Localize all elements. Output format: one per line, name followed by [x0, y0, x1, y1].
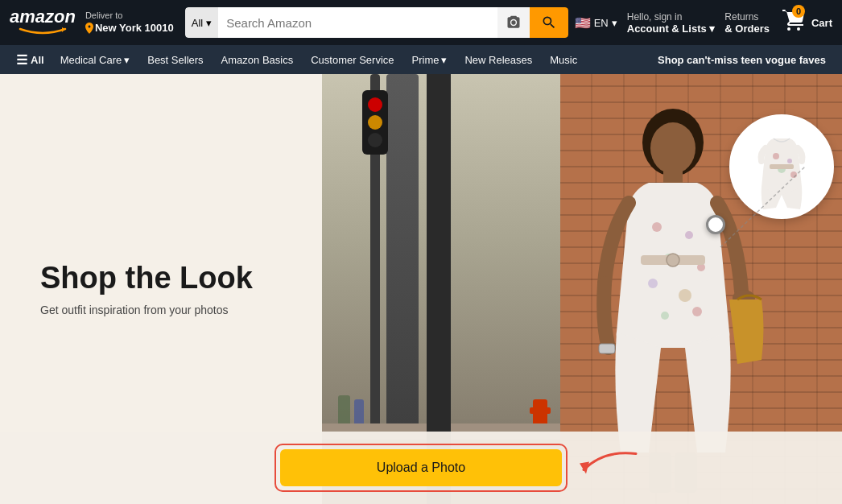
svg-point-19: [787, 159, 792, 163]
svg-point-4: [652, 222, 662, 232]
search-input[interactable]: [218, 7, 497, 38]
account-label: Account & Lists ▾: [627, 23, 716, 35]
camera-search-button[interactable]: [497, 7, 530, 38]
deliver-to[interactable]: Deliver to New York 10010: [85, 10, 174, 35]
svg-rect-17: [599, 344, 615, 353]
search-button[interactable]: [530, 7, 568, 38]
nav-item-prime[interactable]: Prime ▾: [404, 51, 456, 69]
returns-label: Returns: [724, 11, 770, 23]
cart-count: 0: [792, 5, 805, 18]
language-selector[interactable]: 🇺🇸 EN ▾: [575, 15, 617, 31]
svg-point-8: [648, 279, 658, 288]
header: amazon Deliver to New York 10010 All ▾: [0, 0, 842, 45]
dropdown-arrow: ▾: [206, 17, 212, 29]
svg-point-10: [661, 312, 669, 320]
svg-rect-22: [770, 164, 794, 169]
upload-border: Upload a Photo: [274, 444, 568, 492]
nav-item-amazonbasics[interactable]: Amazon Basics: [213, 51, 302, 69]
svg-point-21: [790, 171, 797, 178]
svg-marker-24: [580, 462, 589, 474]
cart-label: Cart: [811, 17, 832, 29]
dropdown-arrow: ▾: [441, 54, 447, 66]
red-arrow: [572, 446, 640, 490]
svg-point-5: [685, 231, 693, 239]
header-right: 🇺🇸 EN ▾ Hello, sign in Account & Lists ▾…: [575, 6, 832, 39]
orders-label: & Orders: [724, 23, 770, 35]
upload-area: Upload a Photo: [0, 432, 842, 504]
dropdown-arrow: ▾: [124, 54, 130, 66]
hamburger-icon: ☰: [16, 52, 27, 68]
nav-item-music[interactable]: Music: [542, 51, 585, 69]
nav-all-label: All: [31, 54, 44, 66]
location: New York 10010: [85, 22, 174, 35]
main-content: Shop the Look Get outfit inspiration fro…: [0, 74, 842, 504]
svg-point-9: [679, 289, 691, 302]
nav-item-bestsellers[interactable]: Best Sellers: [139, 51, 211, 69]
returns-section[interactable]: Returns & Orders: [724, 11, 770, 35]
nav-all-button[interactable]: ☰ All: [10, 49, 51, 71]
nav-item-customerservice[interactable]: Customer Service: [303, 51, 402, 69]
account-section[interactable]: Hello, sign in Account & Lists ▾: [627, 11, 716, 35]
lang-dropdown-arrow: ▾: [612, 17, 617, 29]
product-thumbnail: [729, 114, 834, 219]
svg-point-13: [667, 254, 679, 266]
nav-item-newreleases[interactable]: New Releases: [456, 51, 540, 69]
connection-dot: [706, 215, 725, 234]
language-label: EN: [594, 17, 609, 29]
shop-subtitle: Get outfit inspiration from your photos: [40, 304, 282, 316]
navbar: ☰ All Medical Care ▾ Best Sellers Amazon…: [0, 45, 842, 74]
cart-section[interactable]: 0 Cart: [779, 6, 832, 39]
amazon-logo[interactable]: amazon: [10, 8, 76, 36]
flag-icon: 🇺🇸: [575, 15, 591, 31]
search-category-dropdown[interactable]: All ▾: [185, 7, 218, 38]
logo-text: amazon: [10, 8, 76, 26]
svg-point-2: [650, 122, 695, 174]
svg-point-11: [692, 307, 702, 316]
deliver-label: Deliver to: [85, 10, 174, 21]
search-bar: All ▾: [185, 7, 568, 38]
category-label: All: [192, 17, 203, 29]
nav-item-medical[interactable]: Medical Care ▾: [52, 51, 138, 69]
shop-title: Shop the Look: [40, 262, 282, 295]
logo-arrow: [19, 26, 67, 36]
svg-point-18: [773, 153, 779, 159]
hello-label: Hello, sign in: [627, 11, 716, 23]
upload-photo-button[interactable]: Upload a Photo: [280, 449, 562, 486]
upload-button-wrapper: Upload a Photo: [274, 444, 568, 492]
nav-promo: Shop can't-miss teen vogue faves: [651, 51, 832, 69]
